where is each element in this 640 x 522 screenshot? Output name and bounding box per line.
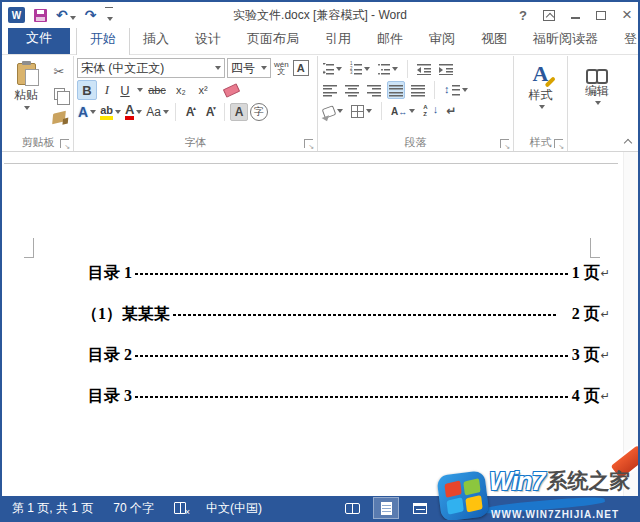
redo-icon[interactable] bbox=[85, 8, 97, 22]
clipboard-body: 粘贴 bbox=[6, 58, 70, 134]
align-right-button[interactable] bbox=[365, 81, 383, 99]
font-size-combobox[interactable]: 四号 bbox=[227, 58, 271, 78]
page-indicator[interactable]: 第 1 页, 共 1 页 bbox=[12, 500, 93, 517]
phonetic-guide-button[interactable]: wén 文 bbox=[273, 60, 290, 76]
bold-button[interactable]: B bbox=[77, 80, 97, 100]
enclose-characters-button[interactable]: 字 bbox=[250, 103, 268, 121]
increase-indent-button[interactable] bbox=[437, 60, 455, 78]
shading-button[interactable] bbox=[321, 102, 345, 120]
spell-check-icon[interactable] bbox=[174, 502, 186, 514]
eraser-icon bbox=[223, 83, 240, 97]
undo-button[interactable] bbox=[56, 8, 76, 23]
tab-references[interactable]: 引用 bbox=[312, 25, 364, 54]
undo-caret-icon[interactable] bbox=[70, 16, 76, 20]
grow-font-button[interactable]: A bbox=[181, 102, 199, 122]
toc-title: 目录 3 bbox=[88, 386, 132, 407]
multilevel-list-button[interactable] bbox=[376, 60, 400, 78]
align-center-button[interactable] bbox=[343, 81, 361, 99]
ribbon-display-options-icon[interactable] bbox=[543, 10, 555, 21]
clipboard-dialog-launcher[interactable] bbox=[60, 139, 69, 148]
paste-label: 粘贴 bbox=[14, 87, 38, 104]
font-size-value: 四号 bbox=[231, 60, 255, 77]
copy-icon bbox=[54, 88, 65, 100]
font-color-button[interactable]: A bbox=[124, 103, 143, 121]
borders-button[interactable] bbox=[349, 102, 374, 120]
collapse-ribbon-button[interactable] bbox=[624, 137, 632, 145]
vertical-scrollbar[interactable] bbox=[623, 152, 638, 498]
toc-dot-leader bbox=[172, 307, 558, 323]
multilevel-list-icon bbox=[378, 63, 390, 75]
separator bbox=[434, 81, 435, 99]
decrease-indent-button[interactable] bbox=[415, 60, 433, 78]
distribute-button[interactable] bbox=[409, 81, 427, 99]
editing-button[interactable]: 编辑 bbox=[571, 58, 623, 134]
paragraph-row-3 bbox=[321, 102, 510, 120]
character-border-button[interactable]: A bbox=[292, 59, 310, 77]
align-left-button[interactable] bbox=[321, 81, 339, 99]
save-icon[interactable] bbox=[34, 9, 47, 22]
maximize-button[interactable] bbox=[596, 11, 606, 20]
align-center-icon bbox=[345, 84, 359, 97]
justify-button[interactable] bbox=[387, 81, 405, 99]
styles-group-label-text: 样式 bbox=[530, 135, 552, 150]
language-indicator[interactable]: 中文(中国) bbox=[206, 500, 262, 517]
read-mode-button[interactable] bbox=[340, 498, 364, 518]
tab-design[interactable]: 设计 bbox=[182, 25, 234, 54]
font-body: 宋体 (中文正文) 四号 wén 文 A bbox=[77, 58, 314, 134]
styles-dialog-launcher[interactable] bbox=[554, 139, 563, 148]
close-button[interactable] bbox=[622, 9, 632, 21]
chevron-down-icon bbox=[539, 105, 545, 109]
asian-layout-icon bbox=[391, 106, 407, 117]
shrink-font-button[interactable]: A bbox=[201, 102, 219, 122]
font-name-value: 宋体 (中文正文) bbox=[81, 60, 164, 77]
tab-view[interactable]: 视图 bbox=[468, 25, 520, 54]
tab-mailings[interactable]: 邮件 bbox=[364, 25, 416, 54]
underline-button[interactable]: U bbox=[117, 80, 133, 100]
print-layout-button[interactable] bbox=[374, 498, 398, 518]
paste-button[interactable]: 粘贴 bbox=[6, 58, 46, 134]
line-spacing-button[interactable] bbox=[442, 81, 470, 99]
document-area[interactable]: 目录 11 页↵（1）某某某2 页↵目录 23 页↵目录 34 页↵ bbox=[2, 152, 638, 498]
styles-group: A 样式 样式 bbox=[514, 56, 568, 151]
cut-button[interactable] bbox=[48, 62, 70, 80]
minimize-button[interactable] bbox=[571, 11, 580, 19]
character-shading-button[interactable]: A bbox=[230, 103, 248, 121]
tab-insert[interactable]: 插入 bbox=[130, 25, 182, 54]
font-dialog-launcher[interactable] bbox=[304, 139, 313, 148]
toc-title: 目录 2 bbox=[88, 345, 132, 366]
show-marks-button[interactable] bbox=[444, 102, 458, 120]
chevron-down-icon bbox=[215, 66, 221, 70]
tab-review[interactable]: 审阅 bbox=[416, 25, 468, 54]
superscript-button[interactable]: x² bbox=[193, 80, 213, 100]
tab-page-layout[interactable]: 页面布局 bbox=[234, 25, 312, 54]
clear-formatting-button[interactable] bbox=[215, 85, 240, 96]
subscript-button[interactable]: x₂ bbox=[171, 80, 191, 100]
paragraph-mark: ↵ bbox=[601, 390, 610, 403]
paragraph-dialog-launcher[interactable] bbox=[500, 139, 509, 148]
tab-home[interactable]: 开始 bbox=[76, 24, 130, 55]
tab-foxit[interactable]: 福昕阅读器 bbox=[520, 25, 611, 54]
strikethrough-button[interactable]: abc bbox=[145, 80, 169, 100]
numbering-button[interactable] bbox=[348, 60, 372, 78]
highlight-icon: ab bbox=[100, 105, 113, 120]
paragraph-row-2 bbox=[321, 81, 510, 99]
asian-layout-button[interactable] bbox=[389, 102, 417, 120]
change-case-button[interactable]: Aa bbox=[145, 104, 170, 120]
web-layout-button[interactable] bbox=[408, 498, 432, 518]
customize-qat-button[interactable] bbox=[105, 7, 113, 24]
underline-caret-icon[interactable] bbox=[137, 88, 143, 92]
word-logo-icon[interactable] bbox=[8, 7, 25, 23]
copy-button[interactable] bbox=[48, 85, 70, 103]
bullets-button[interactable] bbox=[321, 60, 344, 78]
font-name-combobox[interactable]: 宋体 (中文正文) bbox=[77, 58, 225, 78]
text-highlight-button[interactable]: ab bbox=[99, 104, 122, 121]
help-button[interactable]: ? bbox=[519, 8, 527, 23]
tab-login[interactable]: 登 bbox=[611, 25, 640, 54]
sort-button[interactable] bbox=[421, 102, 440, 120]
italic-button[interactable]: I bbox=[99, 80, 115, 100]
word-count[interactable]: 70 个字 bbox=[113, 500, 154, 517]
text-effects-button[interactable]: A bbox=[77, 103, 97, 121]
decrease-indent-icon bbox=[417, 63, 431, 75]
styles-button[interactable]: A 样式 bbox=[517, 58, 564, 134]
format-painter-button[interactable] bbox=[48, 108, 70, 126]
